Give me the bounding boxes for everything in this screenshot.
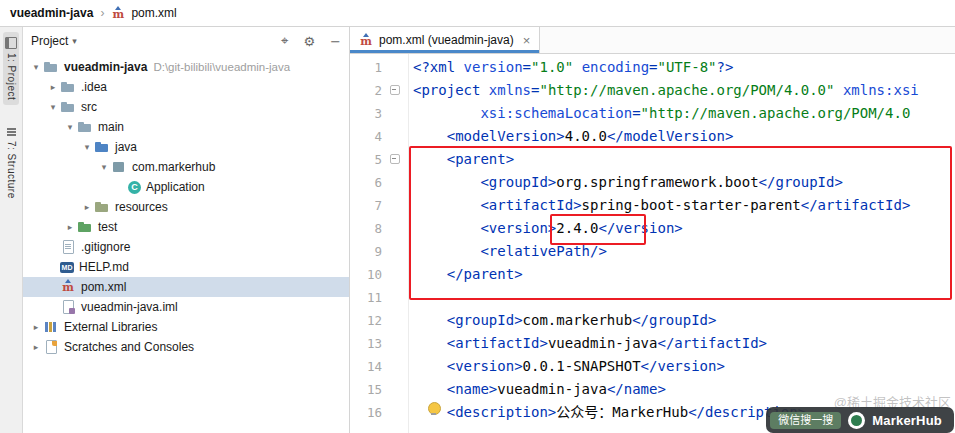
code-line-2[interactable]: <project xmlns="http://maven.apache.org/…	[413, 79, 955, 102]
tree-expanded-arrow-icon[interactable]: ▾	[63, 122, 77, 132]
tree-item-external-libraries[interactable]: ▸External Libraries	[23, 317, 349, 337]
code-token: com.markerhub	[523, 312, 633, 328]
code-token: 0.0.1-SNAPSHOT	[523, 358, 641, 374]
tree-collapsed-arrow-icon[interactable]: ▸	[63, 222, 77, 232]
tree-expanded-arrow-icon[interactable]: ▾	[97, 162, 111, 172]
navigation-bar: vueadmin-java › m pom.xml	[0, 0, 955, 27]
code-line-14[interactable]: <version>0.0.1-SNAPSHOT</version>	[413, 355, 955, 378]
code-line-3[interactable]: xsi:schemaLocation="http://maven.apache.…	[413, 102, 955, 125]
code-token: </artifactId>	[801, 197, 911, 213]
breadcrumb-file[interactable]: pom.xml	[131, 6, 176, 20]
editor-code-area[interactable]: 12345678910111213141516 <?xml version="1…	[350, 54, 955, 433]
locate-file-icon[interactable]: ⌖	[281, 33, 288, 49]
tree-item--idea[interactable]: ▸.idea	[23, 77, 349, 97]
line-number: 12	[350, 309, 382, 332]
line-number: 10	[350, 263, 382, 286]
tree-item-label: vueadmin-java	[64, 60, 147, 74]
code-content[interactable]: <?xml version="1.0" encoding="UTF-8"?><p…	[409, 54, 955, 433]
tree-item-scratches-and-consoles[interactable]: ▸Scratches and Consoles	[23, 337, 349, 357]
code-token: <project	[413, 82, 489, 98]
code-token: org.springframework.boot	[556, 174, 758, 190]
fold-column	[382, 54, 409, 433]
tree-item-pom-xml[interactable]: mpom.xml	[23, 277, 349, 297]
project-panel-title[interactable]: Project	[31, 34, 68, 48]
code-line-12[interactable]: <groupId>com.markerhub</groupId>	[413, 309, 955, 332]
code-token: <groupId>	[480, 174, 556, 190]
tree-item-resources[interactable]: ▸resources	[23, 197, 349, 217]
code-token: xsi:schemaLocation	[480, 105, 632, 121]
tree-collapsed-arrow-icon[interactable]: ▸	[80, 202, 94, 212]
tree-collapsed-arrow-icon[interactable]: ▸	[29, 322, 43, 332]
code-token: <parent>	[447, 151, 514, 167]
code-token: <version>	[447, 358, 523, 374]
tree-expanded-arrow-icon[interactable]: ▾	[46, 102, 60, 112]
code-token: 4.0.0	[565, 128, 607, 144]
code-line-1[interactable]: <?xml version="1.0" encoding="UTF-8"?>	[413, 56, 955, 79]
code-line-9[interactable]: <relativePath/>	[413, 240, 955, 263]
line-number: 2	[350, 79, 382, 102]
code-token: xmlns	[489, 82, 531, 98]
editor-tab-bar: m pom.xml (vueadmin-java) ×	[350, 27, 955, 54]
code-line-10[interactable]: </parent>	[413, 263, 955, 286]
structure-tool-icon	[6, 126, 17, 137]
fold-marker-icon[interactable]	[390, 154, 400, 164]
editor: m pom.xml (vueadmin-java) × 123456789101…	[350, 27, 955, 433]
line-number: 6	[350, 171, 382, 194]
code-token: spring-boot-starter-parent	[582, 197, 801, 213]
project-panel-header: Project ▾ ⌖ ⚙ −	[23, 27, 349, 55]
tree-collapsed-arrow-icon[interactable]: ▸	[29, 342, 43, 352]
tree-item-java[interactable]: ▾java	[23, 137, 349, 157]
tree-item-com-markerhub[interactable]: ▾com.markerhub	[23, 157, 349, 177]
editor-tab-label: pom.xml (vueadmin-java)	[379, 33, 514, 47]
code-line-7[interactable]: <artifactId>spring-boot-starter-parent</…	[413, 194, 955, 217]
code-token	[413, 358, 447, 374]
tree-item-main[interactable]: ▾main	[23, 117, 349, 137]
tree-item-label: External Libraries	[64, 320, 157, 334]
project-tree: ▾vueadmin-javaD:\git-bilibili\vueadmin-j…	[23, 55, 349, 433]
code-line-5[interactable]: <parent>	[413, 148, 955, 171]
markerhub-logo-icon	[848, 412, 865, 429]
line-number: 13	[350, 332, 382, 355]
tree-item-help-md[interactable]: MDHELP.md	[23, 257, 349, 277]
tree-item-application[interactable]: CApplication	[23, 177, 349, 197]
tree-item-label: .idea	[81, 80, 107, 94]
code-line-6[interactable]: <groupId>org.springframework.boot</group…	[413, 171, 955, 194]
maven-file-icon: m	[111, 6, 125, 20]
editor-tab-pom-xml[interactable]: m pom.xml (vueadmin-java) ×	[350, 27, 540, 53]
intention-bulb-icon[interactable]	[428, 402, 441, 415]
tree-item-vueadmin-java-iml[interactable]: vueadmin-java.iml	[23, 297, 349, 317]
tree-item--gitignore[interactable]: .gitignore	[23, 237, 349, 257]
code-line-4[interactable]: <modelVersion>4.0.0</modelVersion>	[413, 125, 955, 148]
tree-item-label: Scratches and Consoles	[64, 340, 194, 354]
chevron-down-icon[interactable]: ▾	[72, 36, 77, 46]
package-icon	[111, 159, 127, 175]
code-token	[413, 381, 447, 397]
code-token: <artifactId>	[480, 197, 581, 213]
close-tab-icon[interactable]: ×	[523, 33, 531, 48]
tool-window-tab-project[interactable]: 1: Project	[3, 32, 19, 105]
breadcrumb-project[interactable]: vueadmin-java	[10, 6, 93, 20]
code-line-11[interactable]	[413, 286, 955, 309]
fold-marker-icon[interactable]	[390, 85, 400, 95]
tree-item-src[interactable]: ▾src	[23, 97, 349, 117]
markerhub-label: MarkerHub	[872, 413, 942, 428]
tool-window-tab-structure[interactable]: 7: Structure	[4, 121, 19, 204]
code-token: </version>	[598, 220, 682, 236]
tree-item-label: com.markerhub	[132, 160, 215, 174]
tree-item-vueadmin-java[interactable]: ▾vueadmin-javaD:\git-bilibili\vueadmin-j…	[23, 57, 349, 77]
tree-collapsed-arrow-icon[interactable]: ▸	[46, 82, 60, 92]
code-token: <groupId>	[447, 312, 523, 328]
tree-item-test[interactable]: ▸test	[23, 217, 349, 237]
file-maven-icon: m	[60, 279, 76, 295]
code-token	[413, 312, 447, 328]
code-token: </groupId>	[632, 312, 716, 328]
tree-expanded-arrow-icon[interactable]: ▾	[80, 142, 94, 152]
tree-expanded-arrow-icon[interactable]: ▾	[29, 62, 43, 72]
code-token: <artifactId>	[447, 335, 548, 351]
gear-icon[interactable]: ⚙	[303, 34, 315, 49]
code-line-13[interactable]: <artifactId>vueadmin-java</artifactId>	[413, 332, 955, 355]
folder-icon	[43, 59, 59, 75]
code-token: vueadmin-java	[497, 381, 607, 397]
code-line-8[interactable]: <version>2.4.0</version>	[413, 217, 955, 240]
hide-panel-icon[interactable]: −	[330, 34, 341, 49]
